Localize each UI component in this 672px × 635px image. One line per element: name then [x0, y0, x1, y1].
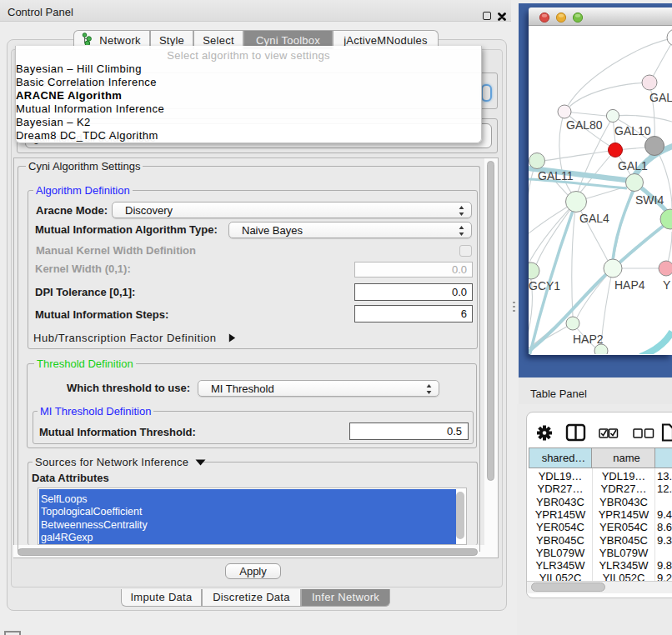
svg-text:Y: Y — [663, 278, 671, 292]
svg-text:GAL1: GAL1 — [618, 159, 648, 172]
svg-text:GAL11: GAL11 — [538, 169, 574, 182]
svg-text:GAL4: GAL4 — [579, 212, 609, 225]
svg-text:GAL10: GAL10 — [614, 124, 651, 138]
svg-text:HAP4: HAP4 — [614, 278, 645, 292]
svg-text:GCY1: GCY1 — [529, 279, 560, 292]
svg-text:HAP2: HAP2 — [573, 332, 604, 346]
svg-text:GAL80: GAL80 — [566, 118, 603, 132]
svg-text:GAL: GAL — [649, 91, 672, 104]
svg-text:SWI4: SWI4 — [635, 193, 664, 207]
